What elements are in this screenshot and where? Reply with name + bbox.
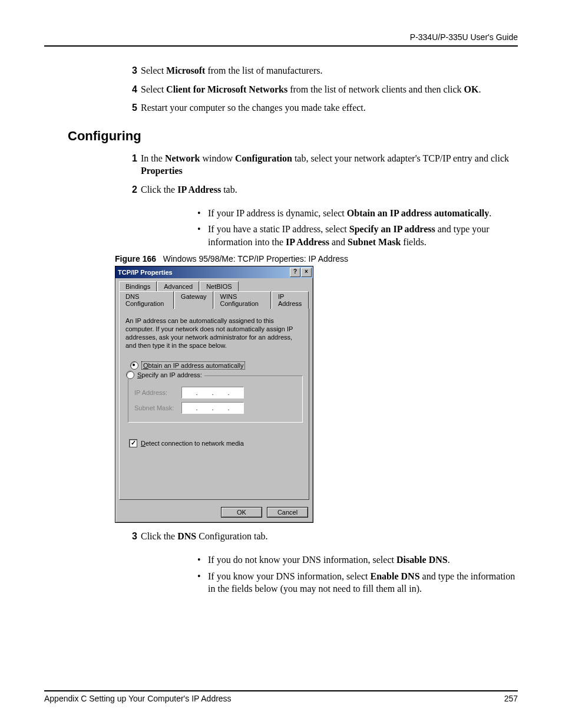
bullet-dot: • — [197, 570, 208, 595]
step-4: 4 Select Client for Microsoft Networks f… — [127, 83, 518, 96]
bullet-dot: • — [197, 554, 208, 566]
step-number: 3 — [127, 64, 137, 77]
bullet: • If you know your DNS information, sele… — [197, 570, 518, 595]
bullet-text: If your IP address is dynamic, select Ob… — [208, 207, 518, 220]
tab-wins-configuration[interactable]: WINS Configuration — [214, 291, 271, 309]
footer-left: Appendix C Setting up Your Computer's IP… — [44, 694, 232, 703]
ip-address-panel: An IP address can be automatically assig… — [119, 308, 309, 500]
step-5: 5 Restart your computer so the changes y… — [127, 101, 518, 114]
step-number: 5 — [127, 101, 137, 114]
dialog-titlebar[interactable]: TCP/IP Properties ? × — [115, 266, 313, 278]
step-number: 1 — [127, 152, 137, 177]
footer-page-number: 257 — [504, 694, 518, 703]
ip-octet[interactable] — [230, 403, 243, 413]
step-number: 4 — [127, 83, 137, 96]
close-button[interactable]: × — [301, 268, 312, 277]
step-number: 3 — [127, 530, 137, 543]
step-text: Click the IP Address tab. — [141, 183, 518, 196]
ip-octet[interactable] — [198, 387, 211, 398]
ip-octet[interactable] — [182, 387, 196, 398]
bullet-text: If you know your DNS information, select… — [208, 570, 518, 595]
config-step-2: 2 Click the IP Address tab. — [127, 183, 518, 196]
page-header: P-334U/P-335U User's Guide — [44, 32, 518, 47]
configuring-steps: 1 In the Network window Configuration ta… — [44, 152, 518, 196]
radio-label: Specify an IP address: — [137, 371, 202, 378]
tab-ip-address[interactable]: IP Address — [272, 291, 309, 309]
bullet-dot: • — [197, 223, 208, 248]
step-text: In the Network window Configuration tab,… — [141, 152, 518, 177]
bullet-text: If you have a static IP address, select … — [208, 223, 518, 248]
ip-address-row: IP Address: . . . — [134, 387, 296, 398]
config-step-1: 1 In the Network window Configuration ta… — [127, 152, 518, 177]
tcpip-properties-dialog: TCP/IP Properties ? × Bindings Advanced … — [115, 266, 313, 523]
step-3: 3 Select Microsoft from the list of manu… — [127, 64, 518, 77]
ip-address-field[interactable]: . . . — [181, 387, 244, 398]
subnet-mask-field[interactable]: . . . — [181, 402, 244, 414]
step-number: 2 — [127, 183, 137, 196]
page-footer: Appendix C Setting up Your Computer's IP… — [44, 690, 518, 703]
bullet-text: If you do not know your DNS information,… — [208, 554, 518, 566]
ip-octet[interactable] — [230, 387, 243, 398]
ip-octet[interactable] — [198, 403, 211, 413]
bullet-dot: • — [197, 207, 208, 220]
figure-caption: Figure 166 Windows 95/98/Me: TCP/IP Prop… — [115, 254, 518, 263]
preceding-steps: 3 Select Microsoft from the list of manu… — [44, 64, 518, 114]
bullet: • If you have a static IP address, selec… — [197, 223, 518, 248]
tab-gateway[interactable]: Gateway — [174, 291, 213, 309]
panel-description: An IP address can be automatically assig… — [125, 317, 303, 350]
radio-icon[interactable] — [126, 371, 134, 379]
ok-button[interactable]: OK — [221, 507, 262, 518]
section-heading-configuring: Configuring — [68, 129, 518, 144]
figure-label: Figure 166 — [115, 254, 156, 263]
tab-strip: Bindings Advanced NetBIOS DNS Configurat… — [115, 278, 313, 308]
post-dialog-steps: 3 Click the DNS Configuration tab. — [44, 530, 518, 543]
specify-ip-group: Specify an IP address: IP Address: . . .… — [128, 375, 303, 423]
radio-specify-ip[interactable]: Specify an IP address: — [126, 371, 204, 379]
step-text: Click the DNS Configuration tab. — [141, 530, 518, 543]
ip-octet[interactable] — [214, 387, 227, 398]
subnet-mask-label: Subnet Mask: — [134, 404, 181, 411]
figure-caption-text: Windows 95/98/Me: TCP/IP Properties: IP … — [163, 254, 348, 263]
tab-dns-configuration[interactable]: DNS Configuration — [119, 291, 174, 309]
ip-octet[interactable] — [214, 403, 227, 413]
radio-icon[interactable] — [130, 361, 138, 370]
ip-address-bullets: • If your IP address is dynamic, select … — [197, 207, 518, 249]
tab-advanced[interactable]: Advanced — [157, 281, 199, 291]
checkbox-label: Detect connection to network media — [141, 440, 244, 447]
step-text: Select Microsoft from the list of manufa… — [141, 64, 518, 77]
subnet-mask-row: Subnet Mask: . . . — [134, 402, 296, 414]
ip-address-label: IP Address: — [134, 389, 181, 396]
dns-bullets: • If you do not know your DNS informatio… — [197, 554, 518, 595]
detect-connection-checkbox[interactable]: ✓ Detect connection to network media — [129, 439, 303, 447]
dialog-title: TCP/IP Properties — [118, 269, 173, 276]
dialog-button-row: OK Cancel — [115, 503, 313, 522]
config-step-3: 3 Click the DNS Configuration tab. — [127, 530, 518, 543]
tab-bindings[interactable]: Bindings — [119, 281, 157, 291]
help-button[interactable]: ? — [290, 268, 300, 277]
step-text: Restart your computer so the changes you… — [141, 101, 518, 114]
checkbox-icon[interactable]: ✓ — [129, 439, 137, 447]
bullet: • If your IP address is dynamic, select … — [197, 207, 518, 220]
tab-netbios[interactable]: NetBIOS — [200, 281, 238, 291]
guide-title: P-334U/P-335U User's Guide — [410, 32, 518, 42]
step-text: Select Client for Microsoft Networks fro… — [141, 83, 518, 96]
radio-label: Obtain an IP address automatically — [141, 361, 245, 370]
document-page: P-334U/P-335U User's Guide 3 Select Micr… — [0, 0, 562, 728]
cancel-button[interactable]: Cancel — [267, 507, 308, 518]
ip-octet[interactable] — [182, 403, 196, 413]
bullet: • If you do not know your DNS informatio… — [197, 554, 518, 566]
radio-obtain-auto[interactable]: Obtain an IP address automatically — [130, 361, 303, 370]
